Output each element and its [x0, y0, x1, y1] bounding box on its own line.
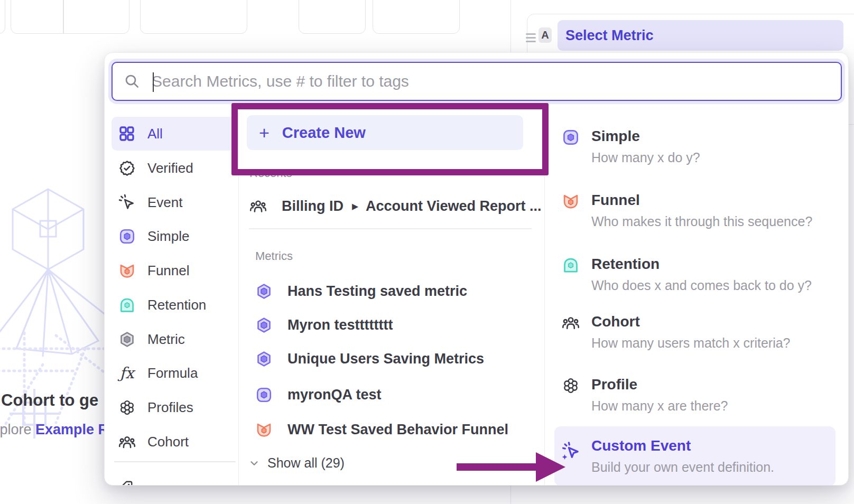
- metric-list-item[interactable]: Hans Testing saved metric: [255, 278, 467, 304]
- metric-list-item[interactable]: WW Test Saved Behavior Funnel: [255, 417, 508, 442]
- sidebar-item-all[interactable]: All: [112, 117, 236, 151]
- custom-event-icon: [560, 440, 581, 461]
- sidebar-item-cohort[interactable]: Cohort: [112, 425, 236, 459]
- chart-type-button[interactable]: Line: [373, 0, 460, 34]
- canvas-heading-text: Cohort to ge: [1, 391, 98, 410]
- sidebar-item-event[interactable]: Event: [112, 185, 236, 219]
- metrics-header: Metrics: [255, 249, 293, 263]
- recent-item-billing[interactable]: Billing ID ▸ Account Viewed Report ...: [249, 193, 542, 219]
- sidebar-section-divider: [114, 461, 236, 462]
- tag-icon: [118, 480, 134, 486]
- date-range-control[interactable]: 12M YTD: [11, 0, 129, 34]
- profiles-icon: [118, 398, 136, 416]
- cohort-icon: [249, 198, 267, 215]
- simple-icon: [118, 227, 136, 245]
- query-row-badge: A: [539, 27, 552, 43]
- simple-icon: [562, 128, 580, 146]
- compare-button[interactable]: Compare: [140, 0, 247, 34]
- sidebar-item-partial[interactable]: [118, 480, 215, 486]
- canvas-explore-text: xplore Example R: [0, 422, 108, 438]
- sidebar-item-funnel[interactable]: Funnel: [112, 254, 236, 287]
- metric-hexagon-icon: [255, 316, 273, 334]
- explore-prefix: xplore: [0, 422, 35, 437]
- drag-handle-icon[interactable]: [526, 33, 536, 44]
- sidebar-item-profiles[interactable]: Profiles: [112, 390, 236, 424]
- toolbar-edge-button[interactable]: [0, 0, 5, 34]
- sidebar-item-formula[interactable]: ƒx Formula: [112, 356, 236, 390]
- example-link[interactable]: Example R: [35, 422, 108, 437]
- cohort-icon: [562, 314, 580, 332]
- recents-metrics-divider: [249, 228, 532, 229]
- search-icon: [124, 73, 140, 89]
- cohort-icon: [118, 433, 136, 451]
- option-custom-event[interactable]: Custom Event Build your own event defini…: [554, 426, 836, 486]
- select-metric-field[interactable]: Select Metric: [558, 20, 843, 51]
- segment-divider: [63, 0, 64, 33]
- show-all-button[interactable]: Show all (29): [248, 455, 345, 471]
- sidebar-item-retention[interactable]: Retention: [112, 288, 236, 322]
- sidebar-column-divider: [238, 113, 239, 486]
- metric-list-item[interactable]: Unique Users Saving Metrics: [255, 346, 484, 371]
- funnel-icon: [255, 421, 273, 438]
- breadcrumb-caret-icon: ▸: [352, 199, 358, 213]
- metric-hexagon-icon: [255, 350, 273, 368]
- metric-picker-dropdown: All Verified Event Simple Funnel Retenti…: [104, 52, 849, 486]
- recents-header: Recents: [249, 166, 292, 180]
- search-box[interactable]: [112, 62, 842, 101]
- formula-icon: ƒx: [118, 364, 136, 382]
- create-new-label: Create New: [282, 124, 366, 142]
- sidebar-item-metric[interactable]: Metric: [112, 322, 236, 356]
- profiles-icon: [562, 377, 580, 395]
- sidebar-item-verified[interactable]: Verified: [112, 151, 236, 185]
- granularity-button[interactable]: Day: [299, 0, 366, 34]
- funnel-icon: [118, 262, 136, 279]
- retention-icon: [118, 296, 136, 314]
- metric-list-item[interactable]: Myron testttttttt: [255, 312, 393, 338]
- text-cursor: [153, 72, 154, 92]
- chevron-down-icon: [248, 458, 260, 469]
- sidebar-item-simple[interactable]: Simple: [112, 219, 236, 253]
- grid-icon: [118, 125, 136, 143]
- search-input[interactable]: [151, 72, 841, 91]
- retention-icon: [562, 256, 580, 274]
- event-cursor-icon: [118, 193, 136, 211]
- middle-column-divider: [544, 113, 545, 486]
- metric-list-item[interactable]: myronQA test: [255, 382, 382, 407]
- select-metric-label: Select Metric: [565, 27, 654, 44]
- funnel-icon: [562, 192, 580, 210]
- verified-badge-icon: [118, 159, 136, 177]
- app-screen: 12M YTD Compare Day Line: [0, 0, 854, 504]
- simple-icon: [255, 386, 273, 404]
- metric-hexagon-icon: [118, 330, 136, 348]
- metric-hexagon-icon: [255, 283, 273, 300]
- plus-icon: +: [259, 124, 270, 142]
- create-new-button[interactable]: + Create New: [247, 115, 523, 150]
